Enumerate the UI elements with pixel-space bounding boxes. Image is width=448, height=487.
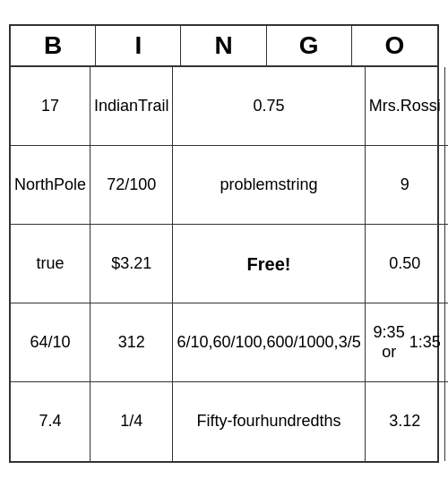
- cell-r5c2: 1/4: [90, 382, 173, 461]
- cell-r2c2: 72/100: [90, 146, 173, 225]
- cell-r5c3: Fifty-fourhundredths: [173, 382, 365, 461]
- header-letter-B: B: [11, 26, 96, 65]
- header-letter-N: N: [181, 26, 266, 65]
- cell-r3c4: 0.50: [366, 225, 445, 303]
- cell-r3c3: Free!: [173, 225, 365, 303]
- header-letter-O: O: [352, 26, 437, 65]
- cell-r2c3: problemstring: [173, 146, 365, 225]
- cell-r4c4: 9:35 or1:35: [366, 303, 445, 382]
- cell-r3c1: true: [11, 225, 90, 303]
- cell-r5c4: 3.12: [366, 382, 445, 461]
- cell-r4c3: 6/10,60/100,600/1000,3/5: [173, 303, 365, 382]
- cell-r5c1: 7.4: [11, 382, 90, 461]
- header-letter-I: I: [96, 26, 181, 65]
- cell-r2c1: NorthPole: [11, 146, 90, 225]
- bingo-card: BINGO 17IndianTrail0.75Mrs.Rossi16/10Nor…: [9, 24, 439, 463]
- cell-r1c2: IndianTrail: [90, 67, 173, 146]
- bingo-grid: 17IndianTrail0.75Mrs.Rossi16/10NorthPole…: [11, 67, 437, 461]
- cell-r1c3: 0.75: [173, 67, 365, 146]
- bingo-header: BINGO: [11, 26, 437, 67]
- cell-r2c4: 9: [366, 146, 445, 225]
- cell-r3c2: $3.21: [90, 225, 173, 303]
- header-letter-G: G: [267, 26, 352, 65]
- cell-r1c1: 17: [11, 67, 90, 146]
- cell-r4c2: 312: [90, 303, 173, 382]
- cell-r1c4: Mrs.Rossi: [366, 67, 445, 146]
- cell-r4c1: 64/10: [11, 303, 90, 382]
